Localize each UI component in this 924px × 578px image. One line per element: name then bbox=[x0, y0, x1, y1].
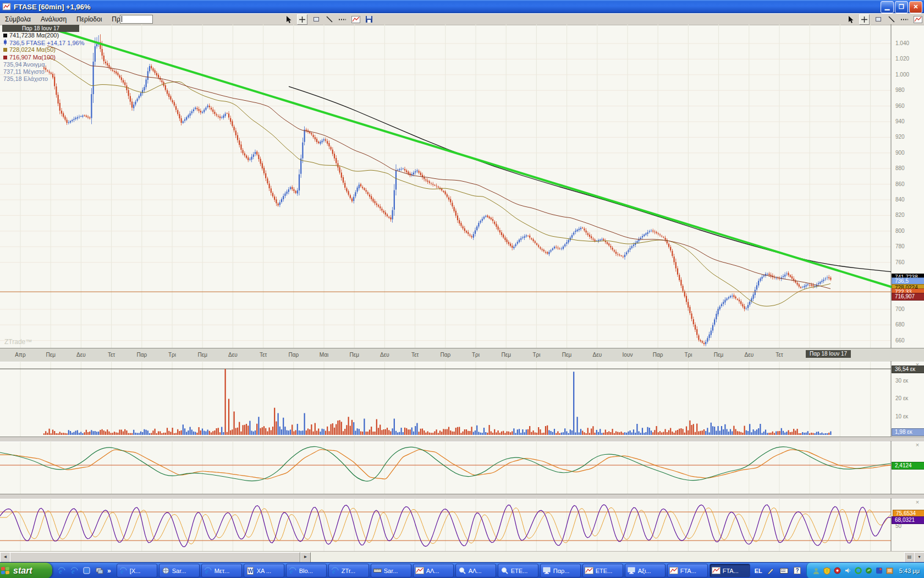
volume-axis-label: 20 εκ bbox=[895, 395, 908, 401]
taskbar-task-12[interactable]: Αξι... bbox=[625, 564, 666, 577]
tray-person-icon[interactable] bbox=[812, 566, 821, 575]
help-icon[interactable]: ? bbox=[793, 566, 802, 575]
taskbar-task-14[interactable]: FTA... bbox=[710, 564, 750, 577]
price-chart[interactable] bbox=[0, 24, 924, 348]
stochastic-panel[interactable] bbox=[0, 498, 924, 551]
start-label: start bbox=[13, 566, 32, 576]
tray-shield-icon[interactable]: ! bbox=[823, 566, 831, 575]
legend-row-1: 736,5 FTASE +14,17 1,96% bbox=[3, 39, 84, 47]
scroll-left-button[interactable]: ◄ bbox=[0, 552, 10, 563]
cursor-icon[interactable] bbox=[846, 15, 855, 24]
horizontal-scrollbar[interactable]: ◄ ► ▤ ▾ bbox=[0, 551, 924, 563]
svg-text:!: ! bbox=[826, 568, 828, 574]
legend-row-2: 728,0224 Μα(50) bbox=[3, 46, 56, 53]
quicklaunch-app-icon[interactable] bbox=[82, 566, 91, 575]
ztrade-watermark: ZTrade™ bbox=[4, 338, 32, 346]
tray-blueapp-icon[interactable] bbox=[875, 566, 883, 575]
tray-redbadge-icon[interactable] bbox=[833, 566, 842, 575]
crosshair-icon[interactable] bbox=[297, 14, 307, 25]
macd-value-tag: 2,4124 bbox=[892, 462, 924, 470]
trendline-icon[interactable] bbox=[887, 15, 896, 24]
save-icon[interactable] bbox=[364, 15, 373, 24]
macd-panel[interactable] bbox=[0, 441, 924, 494]
symbol-input[interactable] bbox=[120, 15, 153, 24]
taskbar-task-11[interactable]: ΕΤΕ... bbox=[582, 564, 623, 577]
taskbar-task-8[interactable]: ΑΛ... bbox=[455, 564, 496, 577]
chart-icon[interactable] bbox=[351, 15, 360, 24]
window-title: FTASE [60min] +1,96% bbox=[14, 3, 91, 11]
y-axis-label: 940 bbox=[895, 118, 905, 124]
task-buttons: e[Χ...Sar...eΜετ...WΧΑ ...eBlo...eZTr...… bbox=[117, 564, 750, 577]
taskbar-task-10[interactable]: Παρ... bbox=[540, 564, 581, 577]
legend-row-5: 737,11 Μέγιστο bbox=[3, 68, 45, 75]
trendline-icon[interactable] bbox=[324, 15, 334, 24]
cursor-icon[interactable] bbox=[284, 15, 293, 24]
macd-close-icon[interactable]: × bbox=[914, 442, 921, 449]
x-axis-label: Πεμ bbox=[349, 352, 359, 358]
x-axis-label: Δευ bbox=[592, 352, 602, 358]
menu-item-1[interactable]: Ανάλυση bbox=[36, 14, 72, 25]
toolbar-right bbox=[846, 14, 924, 24]
series-swatch bbox=[3, 56, 7, 59]
chart-layout-button[interactable]: ▤ bbox=[904, 552, 915, 563]
x-axis-label: Πεμ bbox=[46, 352, 55, 358]
x-axis-label: Μαι bbox=[320, 352, 328, 358]
svg-text:?: ? bbox=[795, 568, 799, 574]
start-button[interactable]: start bbox=[0, 563, 52, 578]
tray-greenring-icon[interactable] bbox=[854, 566, 862, 575]
taskbar-task-0[interactable]: e[Χ... bbox=[117, 564, 157, 577]
close-button[interactable]: ✕ bbox=[909, 1, 922, 13]
legend-row-4: 735,94 Άνοιγμα bbox=[3, 61, 45, 68]
dots-icon[interactable] bbox=[900, 15, 909, 24]
menu-item-0[interactable]: Σύμβολα bbox=[0, 14, 36, 25]
x-axis-label: Πεμ bbox=[501, 352, 510, 358]
menu-item-2[interactable]: Περίοδοι bbox=[72, 14, 107, 25]
pen-input-icon[interactable] bbox=[766, 566, 776, 575]
dots-icon[interactable] bbox=[338, 15, 347, 24]
clock[interactable]: 5:43 μμ bbox=[899, 568, 920, 574]
taskbar-task-3[interactable]: WΧΑ ... bbox=[244, 564, 284, 577]
taskbar-task-7[interactable]: ΑΛ... bbox=[413, 564, 454, 577]
chart-icon[interactable] bbox=[913, 15, 922, 24]
y-axis-label: 700 bbox=[895, 306, 905, 312]
taskbar-task-13[interactable]: FTA... bbox=[667, 564, 708, 577]
taskbar-task-5[interactable]: eZTr... bbox=[328, 564, 369, 577]
region-icon[interactable] bbox=[873, 15, 883, 24]
stoch-close-icon[interactable]: × bbox=[914, 499, 921, 506]
minimize-button[interactable]: ▁ bbox=[881, 1, 894, 13]
scrollbar-thumb[interactable] bbox=[10, 552, 300, 563]
quicklaunch-ie-icon[interactable]: e bbox=[69, 566, 79, 575]
series-swatch bbox=[3, 34, 7, 37]
taskbar-task-2[interactable]: eΜετ... bbox=[201, 564, 242, 577]
region-icon[interactable] bbox=[311, 15, 321, 24]
chart-dropdown-button[interactable]: ▾ bbox=[914, 552, 924, 563]
volume-panel[interactable] bbox=[0, 361, 924, 437]
mag-icon bbox=[500, 566, 509, 575]
crosshair-icon[interactable] bbox=[859, 14, 870, 25]
globe-icon bbox=[161, 566, 170, 575]
tray-eco-icon[interactable] bbox=[865, 566, 873, 575]
x-axis-label: Παρ bbox=[136, 352, 147, 358]
keyboard-icon[interactable] bbox=[779, 566, 789, 575]
volume-close-icon[interactable]: × bbox=[914, 362, 921, 368]
x-axis-label: Τρι bbox=[168, 352, 176, 358]
language-indicator[interactable]: EL bbox=[755, 568, 762, 574]
y-axis-label: 780 bbox=[895, 243, 905, 249]
taskbar-task-1[interactable]: Sar... bbox=[159, 564, 200, 577]
quicklaunch-ie-icon[interactable]: e bbox=[57, 566, 66, 575]
taskbar-task-4[interactable]: eBlo... bbox=[286, 564, 327, 577]
taskbar: start ee» e[Χ...Sar...eΜετ...WΧΑ ...eBlo… bbox=[0, 562, 924, 578]
quicklaunch-chevron[interactable]: » bbox=[107, 567, 111, 575]
window-titlebar[interactable]: FTASE [60min] +1,96% ▁ ❐ ✕ bbox=[0, 0, 924, 13]
quicklaunch-desktop-icon[interactable] bbox=[95, 566, 104, 575]
taskbar-task-9[interactable]: ΕΤΕ... bbox=[498, 564, 538, 577]
scroll-right-button[interactable]: ► bbox=[300, 552, 311, 563]
tray-orangecal-icon[interactable] bbox=[886, 566, 894, 575]
restore-button[interactable]: ❐ bbox=[895, 1, 908, 13]
taskbar-task-6[interactable]: Sar... bbox=[371, 564, 411, 577]
y-axis-label: 860 bbox=[895, 181, 905, 187]
volume-axis-label: 30 εκ bbox=[895, 378, 908, 384]
crosshair-date-tooltip: Παρ 18 Ιουν 17 bbox=[2, 25, 79, 32]
tray-speaker-icon[interactable] bbox=[844, 566, 852, 575]
ie-icon: e bbox=[119, 566, 128, 575]
